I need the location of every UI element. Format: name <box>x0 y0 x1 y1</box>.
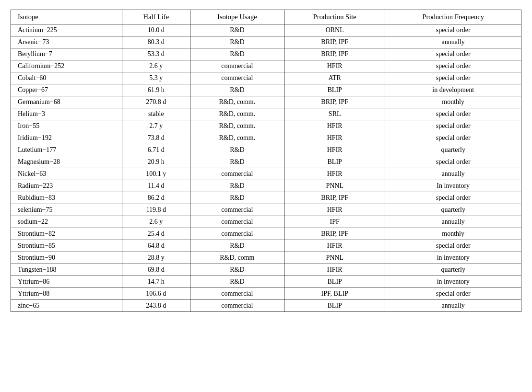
table-cell: HFIR <box>284 120 385 132</box>
table-cell: zinc−65 <box>11 300 122 312</box>
table-row: Iridium−19273.8 dR&D, comm.HFIRspecial o… <box>11 132 521 144</box>
table-cell: BRIP, IPF <box>284 36 385 48</box>
table-cell: Nickel−63 <box>11 168 122 180</box>
col-header-halflife: Half Life <box>122 10 190 24</box>
table-cell: 2.7 y <box>122 120 190 132</box>
table-cell: IPF <box>284 216 385 228</box>
table-cell: 2.6 y <box>122 216 190 228</box>
table-cell: R&D <box>190 156 284 168</box>
table-cell: Iron−55 <box>11 120 122 132</box>
table-cell: Yttrium−88 <box>11 288 122 300</box>
table-cell: 69.8 d <box>122 264 190 276</box>
table-cell: annually <box>385 216 521 228</box>
table-cell: monthly <box>385 228 521 240</box>
table-body: Actinium−22510.0 dR&DORNLspecial orderAr… <box>11 24 521 312</box>
table-cell: HFIR <box>284 240 385 252</box>
table-cell: commercial <box>190 60 284 72</box>
table-cell: quarterly <box>385 204 521 216</box>
table-cell: Copper−67 <box>11 84 122 96</box>
table-cell: 2.6 y <box>122 60 190 72</box>
col-header-usage: Isotope Usage <box>190 10 284 24</box>
table-header-row: Isotope Half Life Isotope Usage Producti… <box>11 10 521 24</box>
table-cell: sodium−22 <box>11 216 122 228</box>
table-cell: monthly <box>385 96 521 108</box>
table-cell: in development <box>385 84 521 96</box>
table-cell: R&D, comm. <box>190 96 284 108</box>
table-cell: special order <box>385 132 521 144</box>
table-cell: 243.8 d <box>122 300 190 312</box>
table-cell: Rubidium−83 <box>11 192 122 204</box>
table-row: sodium−222.6 ycommercialIPFannually <box>11 216 521 228</box>
table-cell: HFIR <box>284 264 385 276</box>
table-row: Yttrium−88106.6 dcommercialIPF, BLIPspec… <box>11 288 521 300</box>
table-row: Arsenic−7380.3 dR&DBRIP, IPFannually <box>11 36 521 48</box>
table-cell: special order <box>385 156 521 168</box>
table-cell: Strontium−85 <box>11 240 122 252</box>
table-row: Rubidium−8386.2 dR&DBRIP, IPFspecial ord… <box>11 192 521 204</box>
table-cell: annually <box>385 168 521 180</box>
col-header-frequency: Production Frequency <box>385 10 521 24</box>
table-cell: commercial <box>190 228 284 240</box>
table-cell: 119.8 d <box>122 204 190 216</box>
table-cell: 100.1 y <box>122 168 190 180</box>
table-row: selenium−75119.8 dcommercialHFIRquarterl… <box>11 204 521 216</box>
table-cell: commercial <box>190 216 284 228</box>
table-cell: R&D <box>190 240 284 252</box>
table-row: Strontium−8564.8 dR&DHFIRspecial order <box>11 240 521 252</box>
table-cell: special order <box>385 240 521 252</box>
table-cell: BLIP <box>284 156 385 168</box>
table-cell: special order <box>385 72 521 84</box>
table-cell: Yttrium−86 <box>11 276 122 288</box>
table-cell: Strontium−90 <box>11 252 122 264</box>
table-cell: special order <box>385 24 521 36</box>
table-cell: BRIP, IPF <box>284 192 385 204</box>
table-cell: 28.8 y <box>122 252 190 264</box>
table-cell: commercial <box>190 300 284 312</box>
table-cell: 6.71 d <box>122 144 190 156</box>
col-header-site: Production Site <box>284 10 385 24</box>
table-cell: commercial <box>190 204 284 216</box>
table-cell: Californium−252 <box>11 60 122 72</box>
table-cell: In inventory <box>385 180 521 192</box>
table-row: Yttrium−8614.7 hR&DBLIPin inventory <box>11 276 521 288</box>
table-row: Lutetium−1776.71 dR&DHFIRquarterly <box>11 144 521 156</box>
table-cell: BRIP, IPF <box>284 96 385 108</box>
table-cell: special order <box>385 60 521 72</box>
table-cell: HFIR <box>284 204 385 216</box>
table-cell: in inventory <box>385 276 521 288</box>
table-cell: SRL <box>284 108 385 120</box>
table-cell: special order <box>385 48 521 60</box>
table-cell: R&D <box>190 24 284 36</box>
table-row: Strontium−8225.4 dcommercialBRIP, IPFmon… <box>11 228 521 240</box>
table-row: Strontium−9028.8 yR&D, commPNNLin invent… <box>11 252 521 264</box>
table-row: Iron−552.7 yR&D, comm.HFIRspecial order <box>11 120 521 132</box>
table-cell: PNNL <box>284 252 385 264</box>
table-cell: 20.9 h <box>122 156 190 168</box>
table-cell: Radium−223 <box>11 180 122 192</box>
table-cell: annually <box>385 36 521 48</box>
table-cell: commercial <box>190 72 284 84</box>
table-cell: HFIR <box>284 168 385 180</box>
table-row: Actinium−22510.0 dR&DORNLspecial order <box>11 24 521 36</box>
table-cell: Arsenic−73 <box>11 36 122 48</box>
table-cell: 73.8 d <box>122 132 190 144</box>
table-cell: special order <box>385 288 521 300</box>
table-cell: Strontium−82 <box>11 228 122 240</box>
table-cell: Actinium−225 <box>11 24 122 36</box>
table-cell: 5.3 y <box>122 72 190 84</box>
table-cell: Cobalt−60 <box>11 72 122 84</box>
table-cell: Helium−3 <box>11 108 122 120</box>
table-cell: HFIR <box>284 60 385 72</box>
table-cell: Iridium−192 <box>11 132 122 144</box>
table-row: Radium−22311.4 dR&DPNNLIn inventory <box>11 180 521 192</box>
table-cell: 25.4 d <box>122 228 190 240</box>
table-cell: commercial <box>190 288 284 300</box>
table-cell: BLIP <box>284 276 385 288</box>
table-row: zinc−65243.8 dcommercialBLIPannually <box>11 300 521 312</box>
table-cell: R&D <box>190 276 284 288</box>
table-row: Germanium−68270.8 dR&D, comm.BRIP, IPFmo… <box>11 96 521 108</box>
table-cell: R&D, comm. <box>190 108 284 120</box>
table-cell: 10.0 d <box>122 24 190 36</box>
main-table-container: Isotope Half Life Isotope Usage Producti… <box>11 10 521 312</box>
table-cell: HFIR <box>284 144 385 156</box>
